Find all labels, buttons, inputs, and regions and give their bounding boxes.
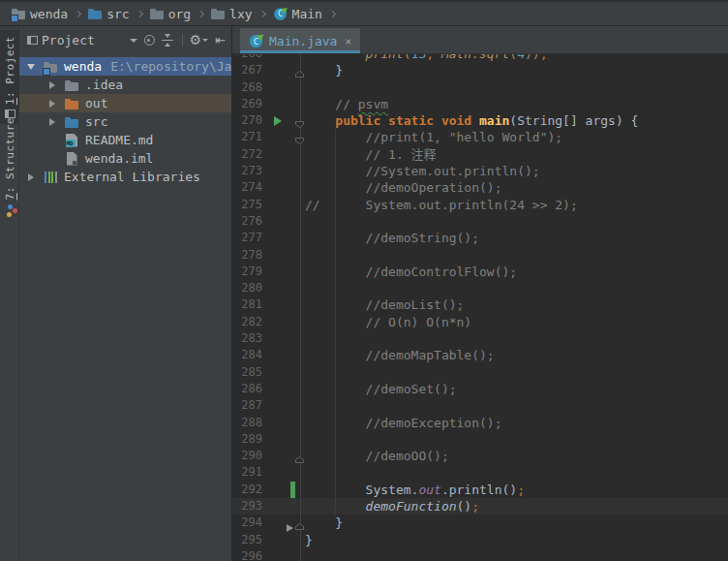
fold-marker-down[interactable] — [294, 133, 305, 149]
collapse-all-button[interactable] — [162, 34, 174, 47]
line-number[interactable]: 286 — [232, 381, 267, 397]
code-line-279[interactable]: 279 //demoControlFlow(); — [232, 264, 728, 280]
token: //System.out.println(); — [305, 164, 540, 178]
line-number[interactable]: 276 — [232, 213, 267, 230]
line-number[interactable]: 274 — [232, 179, 267, 196]
line-number[interactable]: 284 — [232, 347, 267, 363]
breadcrumb-item-wenda[interactable]: wenda — [12, 7, 68, 21]
line-number[interactable]: 291 — [232, 464, 267, 481]
line-number[interactable]: 287 — [232, 397, 267, 414]
code-line-289[interactable]: 289 — [232, 431, 728, 448]
code-line-270[interactable]: 270 public static void main(String[] arg… — [232, 112, 728, 129]
line-number[interactable]: 271 — [232, 129, 267, 145]
code-line-286[interactable]: 286 //demoSet(); — [232, 381, 728, 397]
line-number[interactable]: 292 — [232, 482, 267, 498]
code-line-276[interactable]: 276 — [232, 213, 728, 230]
locate-file-button[interactable] — [144, 35, 155, 46]
breadcrumb-item-org[interactable]: org — [150, 7, 191, 21]
code-line-284[interactable]: 284 //demoMapTable(); — [232, 347, 728, 363]
fold-marker-up[interactable] — [294, 452, 305, 468]
tree-item-external-libraries[interactable]: External Libraries — [19, 168, 231, 186]
tree-collapsed-arrow-icon[interactable] — [46, 100, 58, 108]
tree-item-out[interactable]: out — [19, 94, 231, 112]
stripe-tab-structure[interactable]: 7: Structure — [0, 111, 19, 223]
code-line-272[interactable]: 272 // 1. 注释 — [232, 146, 728, 163]
code-line-287[interactable]: 287 — [232, 397, 728, 414]
run-button[interactable] — [274, 116, 282, 126]
code-line-291[interactable]: 291 — [232, 464, 728, 481]
line-number[interactable]: 294 — [232, 514, 267, 531]
code-line-267[interactable]: 267 } — [232, 62, 728, 78]
settings-button[interactable]: ⚙ — [190, 34, 209, 47]
line-number[interactable]: 290 — [232, 448, 267, 464]
code-line-282[interactable]: 282 // O(n) O(n*n) — [232, 314, 728, 330]
fold-marker-up[interactable] — [294, 66, 305, 82]
code-line-290[interactable]: 290 //demoOO(); — [232, 448, 728, 464]
line-number[interactable]: 293 — [232, 498, 267, 514]
breadcrumb-item-src[interactable]: src — [88, 7, 129, 21]
code-line-275[interactable]: 275// System.out.println(24 >> 2); — [232, 197, 728, 213]
line-number[interactable]: 296 — [232, 548, 267, 561]
line-number[interactable]: 282 — [232, 314, 267, 330]
tree-item--idea[interactable]: .idea — [19, 76, 231, 94]
code-line-268[interactable]: 268 — [232, 79, 728, 96]
code-line-285[interactable]: 285 — [232, 364, 728, 381]
code-line-274[interactable]: 274 //demoOperation(); — [232, 179, 728, 196]
code-line-283[interactable]: 283 — [232, 330, 728, 347]
code-line-295[interactable]: 295} — [232, 532, 728, 548]
hide-panel-button[interactable]: ⇤ — [215, 34, 226, 47]
line-number[interactable]: 269 — [232, 96, 267, 112]
breadcrumb-item-main[interactable]: Main — [273, 7, 322, 21]
code-line-280[interactable]: 280 — [232, 280, 728, 296]
line-number[interactable]: 267 — [232, 62, 267, 78]
line-number[interactable]: 275 — [232, 197, 267, 213]
code-line-281[interactable]: 281 //demoList(); — [232, 296, 728, 313]
tree-item-src[interactable]: src — [19, 112, 231, 131]
line-number[interactable]: 280 — [232, 280, 267, 296]
line-number[interactable]: 295 — [232, 532, 267, 548]
editor-tab-main-java[interactable]: Main.java ✕ — [240, 28, 360, 53]
tree-collapsed-arrow-icon[interactable] — [25, 173, 37, 181]
line-number[interactable]: 270 — [232, 112, 267, 129]
tree-collapsed-arrow-icon[interactable] — [46, 81, 58, 89]
code-line-294[interactable]: 294 } — [232, 514, 728, 531]
code-line-266[interactable]: 266 print(13, Math.sqrt(4)); — [232, 54, 728, 62]
line-number[interactable]: 268 — [232, 79, 267, 96]
stripe-tab-project[interactable]: 1: Project — [0, 30, 19, 124]
line-number[interactable]: 273 — [232, 163, 267, 179]
tree-expanded-arrow-icon[interactable] — [25, 64, 37, 70]
line-number[interactable]: 279 — [232, 264, 267, 280]
line-number[interactable]: 288 — [232, 415, 267, 431]
view-mode-chevron-icon[interactable] — [130, 39, 137, 43]
code-editor[interactable]: 266 print(13, Math.sqrt(4));267 }268269 … — [232, 54, 728, 561]
token: psvm — [358, 97, 388, 111]
fold-marker-up[interactable] — [294, 518, 305, 535]
code-line-277[interactable]: 277 //demoString(); — [232, 230, 728, 246]
line-number[interactable]: 283 — [232, 330, 267, 347]
tree-item-wenda-iml[interactable]: wenda.iml — [19, 149, 231, 168]
line-number[interactable]: 289 — [232, 431, 267, 448]
close-tab-icon[interactable]: ✕ — [345, 35, 351, 47]
fold-marker-down[interactable] — [294, 116, 305, 133]
tree-item-readme-md[interactable]: README.md — [19, 131, 231, 149]
line-number[interactable]: 281 — [232, 296, 267, 313]
code-line-273[interactable]: 273 //System.out.println(); — [232, 163, 728, 179]
code-text — [305, 330, 728, 347]
breadcrumb-item-lxy[interactable]: lxy — [211, 7, 252, 21]
code-line-271[interactable]: 271 //print(1, "hello World"); — [232, 129, 728, 145]
line-number[interactable]: 266 — [232, 54, 267, 62]
line-number[interactable]: 272 — [232, 146, 267, 163]
code-line-292[interactable]: 292 System.out.println(); — [232, 482, 728, 498]
gutter-fold-column — [285, 179, 305, 196]
code-line-296[interactable]: 296 — [232, 548, 728, 561]
line-number[interactable]: 278 — [232, 247, 267, 264]
code-line-269[interactable]: 269 // psvm — [232, 96, 728, 112]
code-line-293[interactable]: 293 demoFunction(); — [232, 498, 728, 514]
line-number[interactable]: 285 — [232, 364, 267, 381]
tree-item-wenda[interactable]: wendaE:\repository\Java\ — [19, 57, 231, 76]
code-text: //demoString(); — [305, 230, 728, 246]
code-line-278[interactable]: 278 — [232, 247, 728, 264]
line-number[interactable]: 277 — [232, 230, 267, 246]
code-line-288[interactable]: 288 //demoException(); — [232, 415, 728, 431]
tree-collapsed-arrow-icon[interactable] — [46, 118, 58, 126]
